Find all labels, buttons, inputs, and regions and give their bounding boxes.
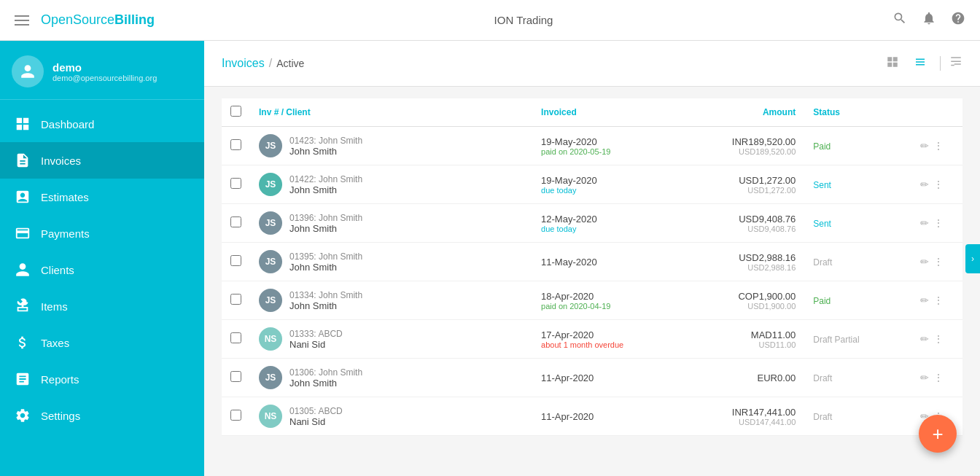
more-icon[interactable]: ⋮ (933, 140, 944, 152)
action-icons: ✏ ⋮ (920, 372, 954, 383)
sidebar-item-estimates[interactable]: Estimates (0, 179, 204, 215)
row-checkbox-cell (222, 243, 250, 281)
edit-icon[interactable]: ✏ (920, 217, 929, 229)
table-row: NS 01333: ABCD Nani Sid 17-Apr-2020 abou… (222, 320, 962, 359)
table-row: NS 01305: ABCD Nani Sid 11-Apr-2020 INR1… (222, 397, 962, 436)
amount-main: EUR0.00 (683, 372, 796, 383)
sidebar-item-dashboard[interactable]: Dashboard (0, 106, 204, 142)
sidebar-item-taxes[interactable]: Taxes (0, 324, 204, 361)
help-icon[interactable] (951, 11, 965, 29)
row-client-cell: JS 01334: John Smith John Smith (250, 281, 532, 320)
app-logo: OpenSourceBilling (41, 12, 155, 28)
date-main: 19-May-2020 (541, 136, 666, 147)
breadcrumb-sep: / (269, 57, 272, 70)
status-badge: Sent (813, 180, 831, 190)
client-name: John Smith (289, 300, 362, 311)
row-checkbox[interactable] (230, 216, 241, 227)
row-actions-cell: ✏ ⋮ (911, 281, 962, 320)
more-icon[interactable]: ⋮ (933, 372, 944, 383)
invoice-number: 01305: ABCD (289, 406, 343, 416)
row-date-cell: 12-May-2020 due today (532, 204, 674, 243)
grid-view-button[interactable] (882, 52, 903, 74)
content-area: Invoices / Active › (204, 41, 980, 476)
amount-main: USD2,988.16 (683, 252, 796, 263)
row-checkbox[interactable] (230, 255, 241, 266)
edit-icon[interactable]: ✏ (920, 294, 929, 306)
row-actions-cell: ✏ ⋮ (911, 243, 962, 281)
action-icons: ✏ ⋮ (920, 179, 954, 190)
row-avatar: JS (259, 134, 282, 157)
search-icon[interactable] (892, 11, 907, 29)
amount-main: USD1,272.00 (683, 175, 796, 186)
row-checkbox[interactable] (230, 178, 241, 189)
breadcrumb-main: Invoices (222, 57, 265, 70)
sidebar-item-items[interactable]: Items (0, 288, 204, 324)
view-divider (940, 56, 941, 71)
client-info: 01333: ABCD Nani Sid (289, 329, 343, 350)
fab-button[interactable]: + (919, 415, 957, 453)
row-checkbox[interactable] (230, 139, 241, 150)
company-name: ION Trading (494, 14, 553, 26)
table-row: JS 01395: John Smith John Smith 11-May-2… (222, 243, 962, 281)
col-inv-client: Inv # / Client (250, 98, 532, 127)
row-checkbox[interactable] (230, 332, 241, 343)
row-amount-cell: INR189,520.00 USD189,520.00 (674, 127, 804, 165)
row-checkbox[interactable] (230, 294, 241, 305)
status-badge: Paid (813, 296, 831, 306)
row-status-cell: Draft (804, 359, 911, 397)
sidebar-item-settings[interactable]: Settings (0, 397, 204, 434)
more-icon[interactable]: ⋮ (933, 179, 944, 190)
row-amount-cell: MAD11.00 USD11.00 (674, 320, 804, 359)
date-main: 18-Apr-2020 (541, 291, 666, 302)
more-icon[interactable]: ⋮ (933, 294, 944, 306)
select-all-checkbox[interactable] (230, 106, 241, 117)
row-checkbox-cell (222, 320, 250, 359)
invoice-number: 01422: John Smith (289, 174, 362, 184)
filter-button[interactable] (949, 55, 962, 72)
date-main: 11-Apr-2020 (541, 372, 666, 383)
edit-icon[interactable]: ✏ (920, 140, 929, 152)
row-checkbox-cell (222, 359, 250, 397)
client-name: John Smith (289, 262, 362, 273)
more-icon[interactable]: ⋮ (933, 217, 944, 229)
header-actions (892, 11, 965, 29)
edit-icon[interactable]: ✏ (920, 179, 929, 190)
row-date-cell: 11-Apr-2020 (532, 397, 674, 436)
row-actions-cell: ✏ ⋮ (911, 359, 962, 397)
status-badge: Paid (813, 141, 831, 152)
edit-icon[interactable]: ✏ (920, 333, 929, 345)
table-row: JS 01334: John Smith John Smith 18-Apr-2… (222, 281, 962, 320)
status-badge: Sent (813, 219, 831, 229)
breadcrumb: Invoices / Active (222, 57, 304, 70)
hamburger-icon[interactable] (15, 15, 29, 26)
sidebar-item-payments[interactable]: Payments (0, 215, 204, 251)
bell-icon[interactable] (922, 11, 936, 29)
invoice-number: 01395: John Smith (289, 251, 362, 262)
date-main: 19-May-2020 (541, 175, 666, 186)
row-status-cell: Paid (804, 281, 911, 320)
edit-icon[interactable]: ✏ (920, 256, 929, 268)
row-checkbox-cell (222, 165, 250, 204)
row-checkbox[interactable] (230, 410, 241, 421)
top-header: OpenSourceBilling ION Trading (0, 0, 980, 41)
more-icon[interactable]: ⋮ (933, 256, 944, 268)
row-checkbox[interactable] (230, 371, 241, 382)
sidebar-item-clients[interactable]: Clients (0, 251, 204, 288)
row-date-cell: 11-May-2020 (532, 243, 674, 281)
invoice-number: 01306: John Smith (289, 367, 362, 378)
view-controls (882, 52, 962, 74)
amount-main: COP1,900.00 (683, 291, 796, 302)
client-name: John Smith (289, 378, 362, 389)
client-name: Nani Sid (289, 339, 343, 350)
date-main: 11-May-2020 (541, 257, 666, 268)
more-icon[interactable]: ⋮ (933, 333, 944, 345)
sidebar-item-reports[interactable]: Reports (0, 361, 204, 397)
sidebar: demo demo@opensourcebilling.org Dashboar… (0, 41, 204, 476)
collapse-tab[interactable]: › (965, 244, 980, 273)
sidebar-item-invoices[interactable]: Invoices (0, 142, 204, 179)
status-badge: Draft (813, 373, 832, 383)
edit-icon[interactable]: ✏ (920, 372, 929, 383)
amount-main: MAD11.00 (683, 329, 796, 340)
list-view-button[interactable] (909, 52, 931, 74)
sidebar-nav: Dashboard Invoices Estimates Payments Cl… (0, 100, 204, 476)
